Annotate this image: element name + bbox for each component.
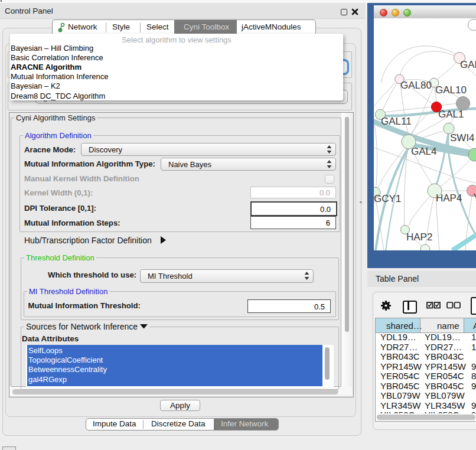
- svg-text:GAL11: GAL11: [381, 116, 412, 127]
- svg-text:GAL4: GAL4: [411, 146, 436, 157]
- svg-text:YC: YC: [473, 192, 476, 203]
- svg-text:HAP4: HAP4: [436, 193, 462, 204]
- svg-text:GAL1: GAL1: [438, 109, 464, 120]
- svg-text:GAL80: GAL80: [400, 80, 432, 91]
- svg-text:HAP2: HAP2: [406, 231, 432, 243]
- svg-text:GCY1: GCY1: [374, 193, 401, 204]
- svg-text:GAL10: GAL10: [435, 84, 467, 96]
- svg-text:GAL2: GAL2: [460, 59, 476, 70]
- svg-text:SWI4: SWI4: [450, 132, 475, 144]
